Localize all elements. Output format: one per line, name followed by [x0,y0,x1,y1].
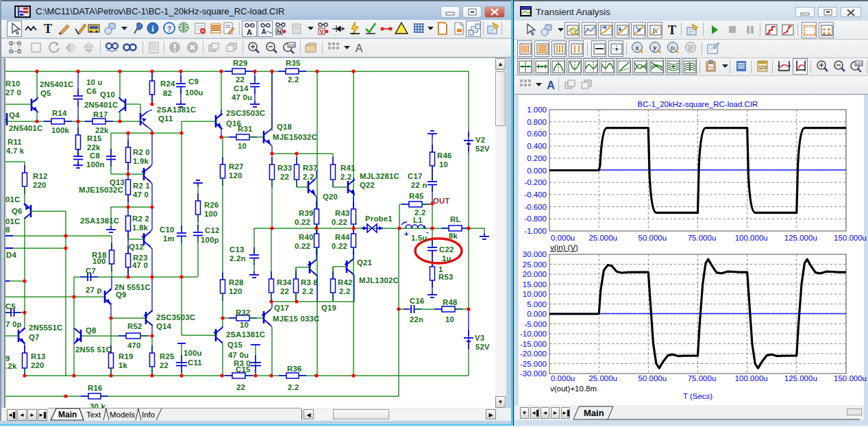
svg-text:20.000: 20.000 [523,270,547,278]
svg-text:0.000u: 0.000u [551,374,575,382]
svg-text:T (Secs): T (Secs) [683,392,712,400]
svg-text:C15: C15 [236,365,250,374]
svg-text:C6: C6 [86,87,97,95]
svg-text:V: V [319,28,323,35]
svg-text:22: 22 [160,361,169,369]
svg-text:100n: 100n [86,160,105,169]
svg-text:x: x [635,44,639,51]
svg-text:22: 22 [280,173,289,181]
svg-text:R15: R15 [87,134,101,143]
svg-text:MJE15 033C: MJE15 033C [273,315,319,323]
svg-text:R41: R41 [340,164,355,172]
svg-text:150.000u: 150.000u [834,234,867,242]
svg-text:MJL1302C: MJL1302C [359,276,399,284]
svg-text:R53: R53 [438,273,453,281]
svg-text:R29: R29 [233,59,247,67]
svg-text:2N5401C: 2N5401C [9,124,42,132]
svg-text:D4: D4 [6,251,16,259]
svg-text:R33: R33 [277,164,292,172]
svg-text:30.000: 30.000 [523,250,547,258]
svg-text:y: y [653,44,657,51]
svg-text:100: 100 [288,43,295,47]
svg-text:0.22: 0.22 [332,242,347,250]
svg-text:2.2n: 2.2n [230,254,246,263]
svg-text:Q6: Q6 [12,207,23,215]
svg-text:R42: R42 [338,278,352,286]
svg-text:Q22: Q22 [360,181,375,189]
svg-text:R40: R40 [299,233,313,241]
svg-text:2SA1381C: 2SA1381C [226,330,265,339]
svg-text:10: 10 [439,160,448,169]
svg-text:2N5551C: 2N5551C [29,324,62,332]
svg-text:0.600: 0.600 [527,130,547,138]
svg-text:R36: R36 [287,365,301,373]
svg-text:2SC3503C: 2SC3503C [226,109,265,117]
svg-text:R2 1: R2 1 [133,182,150,190]
svg-text:0.000: 0.000 [527,310,547,318]
svg-text:Main: Main [58,410,77,419]
svg-text:22k: 22k [95,126,109,134]
svg-text:2N5401C: 2N5401C [84,101,118,109]
svg-text:R37: R37 [303,164,317,172]
svg-text:R19: R19 [119,352,133,361]
svg-text:10: 10 [445,315,454,324]
svg-text:120: 120 [229,171,243,180]
svg-text:Text: Text [86,411,101,419]
svg-text:2.2: 2.2 [339,287,350,295]
svg-text:A: A [547,80,555,91]
svg-text:.2k: .2k [5,362,17,370]
svg-text:R45: R45 [409,192,423,200]
svg-text:52V: 52V [475,343,490,351]
svg-text:C22: C22 [439,245,454,254]
svg-text:10.000: 10.000 [523,290,547,298]
svg-text:100u: 100u [184,349,202,357]
svg-text:25.000: 25.000 [523,260,547,269]
svg-text:Q20: Q20 [323,193,338,201]
svg-text:0.400: 0.400 [527,142,547,150]
svg-text:220: 220 [31,361,45,369]
svg-text:RL: RL [450,215,461,223]
svg-text:100k: 100k [51,126,70,134]
svg-text:-0.800: -0.800 [524,215,547,223]
svg-text:V2: V2 [475,136,485,144]
svg-text:Q8: Q8 [86,326,97,334]
svg-text:100u: 100u [185,88,203,97]
svg-text:1u: 1u [442,254,451,263]
svg-text:2SC3503C: 2SC3503C [156,313,195,321]
svg-text:50.000u: 50.000u [638,234,667,242]
svg-text:01C: 01C [5,195,20,204]
svg-text:C8: C8 [90,151,100,160]
svg-text:R25: R25 [160,352,174,361]
svg-text:R27: R27 [229,162,243,171]
svg-text:R31: R31 [238,125,252,133]
svg-text:Q18: Q18 [277,123,292,131]
svg-text:Q9: Q9 [116,291,127,299]
svg-text:Info: Info [142,411,155,419]
svg-text:82: 82 [163,89,172,97]
svg-text:2.2: 2.2 [302,287,313,295]
svg-text:Q15: Q15 [227,341,243,349]
svg-text:OUT: OUT [433,197,450,205]
svg-text:1.5u: 1.5u [411,234,427,242]
svg-text:22k: 22k [87,143,101,151]
svg-text:v(in) (V): v(in) (V) [550,243,578,252]
svg-text:R2 0: R2 0 [133,148,150,156]
svg-text:27 p: 27 p [86,286,102,294]
svg-text:-30.000: -30.000 [520,369,547,378]
svg-text:2.2: 2.2 [288,75,299,84]
svg-text:Q10: Q10 [100,90,115,99]
svg-text:Q17: Q17 [274,304,289,312]
svg-text:22 n: 22 n [411,181,427,189]
svg-text:5.000: 5.000 [527,300,547,308]
svg-text:100.000u: 100.000u [735,374,768,382]
svg-text:R39: R39 [299,209,313,217]
svg-text:22: 22 [280,287,289,295]
svg-text:R34: R34 [277,278,292,286]
svg-text:-20.000: -20.000 [520,350,547,358]
svg-text:8: 8 [5,225,10,234]
svg-text:+: + [404,230,408,238]
svg-text:47 0u: 47 0u [228,351,249,359]
svg-text:C12: C12 [205,226,219,234]
svg-text:C9: C9 [188,77,199,86]
svg-text:1k: 1k [119,361,128,369]
